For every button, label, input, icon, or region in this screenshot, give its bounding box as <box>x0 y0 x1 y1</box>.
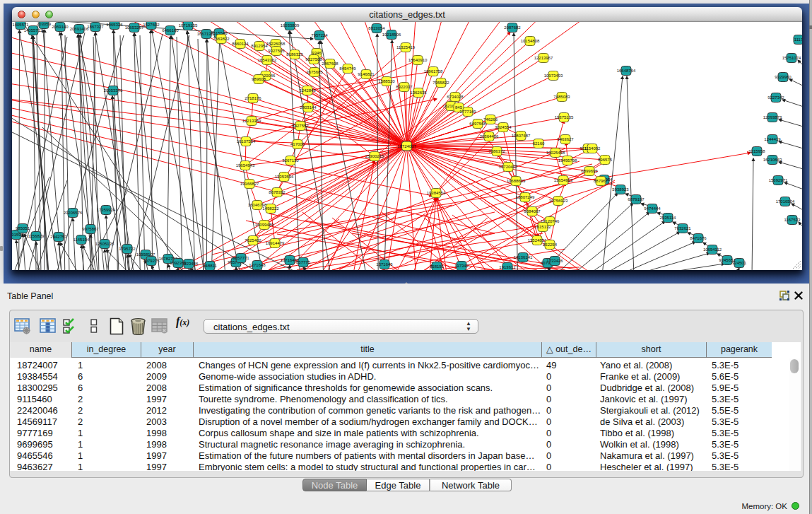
svg-text:2867608: 2867608 <box>322 62 339 66</box>
svg-text:2087682: 2087682 <box>504 25 521 30</box>
svg-text:9329960: 9329960 <box>775 75 792 79</box>
svg-text:14055712: 14055712 <box>24 28 43 33</box>
svg-text:1145194: 1145194 <box>73 238 90 242</box>
svg-text:1244419: 1244419 <box>764 137 781 141</box>
svg-text:25300215: 25300215 <box>365 154 384 158</box>
svg-text:8678332: 8678332 <box>269 190 286 194</box>
svg-text:985051: 985051 <box>16 226 30 230</box>
svg-text:10654112: 10654112 <box>703 247 722 252</box>
svg-text:1795722: 1795722 <box>119 247 136 251</box>
svg-text:7386372: 7386372 <box>488 149 505 153</box>
svg-text:9327508: 9327508 <box>305 57 322 62</box>
svg-text:8427552: 8427552 <box>292 124 309 128</box>
svg-text:417006: 417006 <box>290 142 305 146</box>
svg-text:8660124: 8660124 <box>232 42 249 46</box>
svg-text:19375135: 19375135 <box>555 115 574 119</box>
svg-text:15751074: 15751074 <box>782 56 801 60</box>
svg-text:7663822: 7663822 <box>213 37 230 41</box>
svg-text:1065326: 1065326 <box>106 23 123 27</box>
svg-text:6466160: 6466160 <box>162 28 179 33</box>
svg-text:9463627: 9463627 <box>557 137 574 141</box>
svg-text:858191: 858191 <box>430 264 445 269</box>
svg-text:16033809: 16033809 <box>281 23 300 28</box>
svg-text:252254: 252254 <box>543 243 558 247</box>
svg-text:8454749: 8454749 <box>339 66 356 71</box>
svg-text:20206576: 20206576 <box>64 211 83 215</box>
svg-text:6734028: 6734028 <box>447 95 464 99</box>
svg-text:3242848: 3242848 <box>299 88 316 93</box>
svg-text:1498222: 1498222 <box>262 206 279 211</box>
svg-text:8322037: 8322037 <box>396 85 413 89</box>
svg-text:1167533: 1167533 <box>784 218 801 222</box>
svg-text:10807487: 10807487 <box>512 134 531 138</box>
svg-text:3675685: 3675685 <box>306 70 323 74</box>
svg-text:948811: 948811 <box>203 264 217 268</box>
svg-text:1615132: 1615132 <box>534 225 551 229</box>
svg-text:13353594: 13353594 <box>275 175 294 179</box>
svg-text:8186323: 8186323 <box>286 52 303 57</box>
svg-text:18640910: 18640910 <box>408 58 428 62</box>
svg-text:8813054: 8813054 <box>368 26 385 30</box>
svg-text:9084067: 9084067 <box>524 209 541 214</box>
svg-text:10025438: 10025438 <box>546 151 565 155</box>
svg-text:16914479: 16914479 <box>266 241 285 245</box>
svg-text:887967: 887967 <box>594 179 608 183</box>
svg-text:20691406: 20691406 <box>70 27 89 31</box>
svg-text:9146821: 9146821 <box>358 72 375 76</box>
svg-text:1156829: 1156829 <box>28 234 45 238</box>
svg-text:1371648: 1371648 <box>249 263 266 267</box>
svg-text:1371645: 1371645 <box>376 262 393 267</box>
svg-text:9474444: 9474444 <box>644 206 661 211</box>
svg-text:19654943: 19654943 <box>236 163 255 168</box>
svg-text:19166827: 19166827 <box>240 182 259 186</box>
svg-text:1154092: 1154092 <box>584 146 601 151</box>
svg-text:12213369: 12213369 <box>242 119 261 123</box>
svg-text:12093873: 12093873 <box>763 115 782 119</box>
svg-text:10154808: 10154808 <box>521 39 540 43</box>
svg-text:10719155: 10719155 <box>179 23 198 28</box>
svg-text:16543362: 16543362 <box>258 58 277 62</box>
svg-text:3267130: 3267130 <box>282 158 299 163</box>
svg-text:9245652: 9245652 <box>719 258 736 262</box>
svg-text:11325419: 11325419 <box>396 45 416 49</box>
svg-text:1362635: 1362635 <box>410 90 427 95</box>
svg-text:10756923: 10756923 <box>549 199 568 203</box>
svg-text:10688609: 10688609 <box>507 179 526 183</box>
svg-text:12213967: 12213967 <box>534 56 553 60</box>
svg-text:2935114: 2935114 <box>660 216 677 220</box>
svg-text:1527602: 1527602 <box>143 23 160 27</box>
svg-text:8471676: 8471676 <box>690 236 707 240</box>
svg-text:12505135: 12505135 <box>95 242 114 246</box>
svg-text:13654923: 13654923 <box>554 178 573 182</box>
svg-text:1867327: 1867327 <box>87 25 104 29</box>
svg-text:9777169: 9777169 <box>459 110 476 114</box>
svg-text:62160: 62160 <box>533 141 545 146</box>
svg-text:20364436: 20364436 <box>480 134 499 139</box>
svg-text:3024554: 3024554 <box>495 125 512 129</box>
svg-text:1733426: 1733426 <box>546 259 563 263</box>
svg-text:16648764: 16648764 <box>617 69 636 73</box>
svg-text:1079275: 1079275 <box>143 259 160 263</box>
svg-text:203059: 203059 <box>37 22 52 26</box>
svg-text:3215958: 3215958 <box>748 149 765 153</box>
svg-text:14136141: 14136141 <box>514 255 533 259</box>
svg-text:2069140: 2069140 <box>52 25 69 29</box>
svg-text:857775: 857775 <box>296 260 311 264</box>
svg-text:17359924: 17359924 <box>97 208 116 212</box>
svg-text:19384554: 19384554 <box>427 191 446 195</box>
svg-text:2718176: 2718176 <box>245 96 261 100</box>
svg-text:15226058: 15226058 <box>266 42 286 46</box>
svg-text:16961758: 16961758 <box>424 69 443 74</box>
svg-text:896575: 896575 <box>598 158 613 162</box>
svg-text:16210643: 16210643 <box>763 158 782 162</box>
svg-text:7955822: 7955822 <box>433 81 449 85</box>
svg-text:7632621: 7632621 <box>674 226 691 230</box>
svg-text:7625402: 7625402 <box>245 238 261 243</box>
svg-text:9657771: 9657771 <box>233 256 249 260</box>
svg-text:15692971: 15692971 <box>769 178 788 182</box>
svg-text:7957224: 7957224 <box>311 33 328 37</box>
svg-text:1913612: 1913612 <box>499 265 516 269</box>
svg-text:16107554: 16107554 <box>237 139 256 144</box>
svg-text:6879197: 6879197 <box>628 197 645 201</box>
svg-text:7485083: 7485083 <box>553 95 570 99</box>
